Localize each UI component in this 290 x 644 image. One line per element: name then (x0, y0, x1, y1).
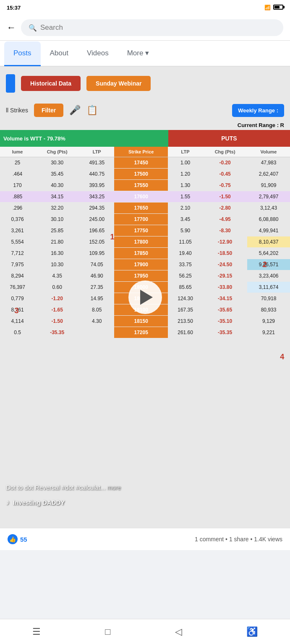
table-cell: 10.30 (35, 259, 79, 270)
separator-2: • (251, 536, 254, 543)
table-row: .29632.20294.35176502.10-2.803,12,43 (0, 203, 290, 214)
video-music-row: ♪ Investing DADDY (6, 498, 65, 507)
back-nav-icon[interactable]: ◁ (175, 626, 182, 637)
table-cell: -1.65 (35, 304, 79, 316)
back-button[interactable]: ← (7, 22, 16, 33)
doc-icon: 📋 (86, 105, 98, 116)
like-count: 55 (20, 536, 27, 543)
table-row: 4,114-1.504.3018150213.50-35.109,129 (0, 316, 290, 327)
current-range-row: Current Range : R (0, 120, 290, 130)
play-button[interactable] (128, 280, 162, 314)
table-row: .88534.15343.25176001.55-1.502,79,497 (0, 191, 290, 203)
table-row: .46435.45440.75175001.20-0.452,62,407 (0, 169, 290, 180)
table-cell: 4,99,941 (247, 225, 290, 236)
table-cell: 7,712 (0, 248, 35, 259)
table-cell: -0.75 (203, 180, 247, 191)
more-link[interactable]: more (107, 484, 121, 491)
table-cell: -18.50 (203, 248, 247, 259)
table-row: 8,2944.3546.901795056.25-29.153,23,406 (0, 270, 290, 282)
table-cell: 30.10 (35, 214, 79, 225)
table-cell: -35.10 (203, 316, 247, 327)
home-icon[interactable]: □ (105, 626, 110, 637)
table-cell: -2.80 (203, 203, 247, 214)
annotation-2: 2 (263, 260, 267, 269)
table-cell: 294.35 (79, 203, 114, 214)
table-cell: 40.30 (35, 180, 79, 191)
table-cell: 5,554 (0, 236, 35, 248)
table-cell: 0.5 (0, 327, 35, 338)
tab-videos[interactable]: Videos (78, 42, 118, 66)
share-count[interactable]: 1 share (229, 536, 249, 543)
filter-button[interactable]: Filter (34, 104, 63, 117)
table-cell: 8,10,437 (247, 236, 290, 248)
table-cell: 3,23,406 (247, 270, 290, 282)
col-header-ltp-put: LTP (168, 147, 203, 157)
table-cell: 1.20 (168, 169, 203, 180)
col-header-strike: Strike Price (114, 147, 168, 157)
sunday-webinar-button[interactable]: Sunday Webinar (86, 76, 151, 91)
puts-header: PUTS (168, 130, 290, 147)
bottom-nav: ☰ □ ◁ ♿ (0, 619, 290, 644)
table-cell: -0.45 (203, 169, 247, 180)
col-header-chg: Chg (Pts) (35, 147, 79, 157)
caption-text: Dot to dot Reversal #dot #calculat... (6, 484, 106, 491)
table-cell: 17550 (114, 180, 168, 191)
table-cell: -29.15 (203, 270, 247, 282)
table-cell: -4.95 (203, 214, 247, 225)
historical-data-button[interactable]: Historical Data (21, 76, 81, 91)
search-icon: 🔍 (29, 24, 37, 32)
table-row: 0.5-35.3517205261.60-35.359,221 (0, 327, 290, 338)
table-cell: -33.80 (203, 282, 247, 293)
strikes-row: ll Strikes Filter 🎤 📋 Weekly Range : (0, 100, 290, 120)
engagement-stats: 1 comment • 1 share • 1.4K views (195, 536, 282, 543)
table-cell: -1.50 (35, 316, 79, 327)
table-cell: .296 (0, 203, 35, 214)
table-cell: 2.10 (168, 203, 203, 214)
table-cell: 393.95 (79, 180, 114, 191)
table-cell: 0,779 (0, 293, 35, 304)
annotation-1: 1 (110, 233, 115, 242)
search-input[interactable] (40, 23, 276, 32)
table-row: 2530.30491.35174501.00-0.2047,983 (0, 157, 290, 169)
table-cell: 1.55 (168, 191, 203, 203)
table-cell: 3,12,43 (247, 203, 290, 214)
mic-icon: 🎤 (69, 105, 81, 116)
accessibility-icon[interactable]: ♿ (246, 626, 258, 637)
all-strikes-label: ll Strikes (6, 107, 28, 114)
menu-icon[interactable]: ☰ (32, 626, 41, 637)
comment-count[interactable]: 1 comment (195, 536, 224, 543)
table-cell: -35.35 (35, 327, 79, 338)
table-cell: 35.45 (35, 169, 79, 180)
table-cell: 17750 (114, 225, 168, 236)
table-cell: 47,983 (247, 157, 290, 169)
search-bar-row: ← 🔍 (0, 15, 290, 41)
table-cell: 2,62,407 (247, 169, 290, 180)
table-cell: 213.50 (168, 316, 203, 327)
table-cell: -35.65 (203, 304, 247, 316)
table-cell: 27.35 (79, 282, 114, 293)
table-cell (79, 327, 114, 338)
tab-about[interactable]: About (41, 42, 78, 66)
table-cell: 9,129 (247, 316, 290, 327)
blue-side-bar (6, 74, 15, 93)
views-count: 1.4K views (254, 536, 282, 543)
video-top-buttons: Historical Data Sunday Webinar (0, 67, 290, 100)
tab-posts[interactable]: Posts (4, 42, 41, 66)
table-cell: -1.50 (203, 191, 247, 203)
table-cell: 30.30 (35, 157, 79, 169)
search-input-wrap[interactable]: 🔍 (21, 19, 283, 36)
table-cell: 70,918 (247, 293, 290, 304)
table-cell: 33.75 (168, 259, 203, 270)
tab-more[interactable]: More ▾ (118, 41, 158, 66)
table-cell: 9,221 (247, 327, 290, 338)
like-button[interactable]: 👍 55 (8, 534, 27, 544)
table-cell: 16.30 (35, 248, 79, 259)
table-row: 7,97510.3074.051790033.75-24.509,46,571 (0, 259, 290, 270)
table-cell: 17205 (114, 327, 168, 338)
table-cell: 17600 (114, 191, 168, 203)
weekly-range-button[interactable]: Weekly Range : (232, 104, 284, 117)
table-cell: 91,909 (247, 180, 290, 191)
table-cell: .885 (0, 191, 35, 203)
table-cell: 11.05 (168, 236, 203, 248)
video-background: Historical Data Sunday Webinar ll Strike… (0, 67, 290, 528)
